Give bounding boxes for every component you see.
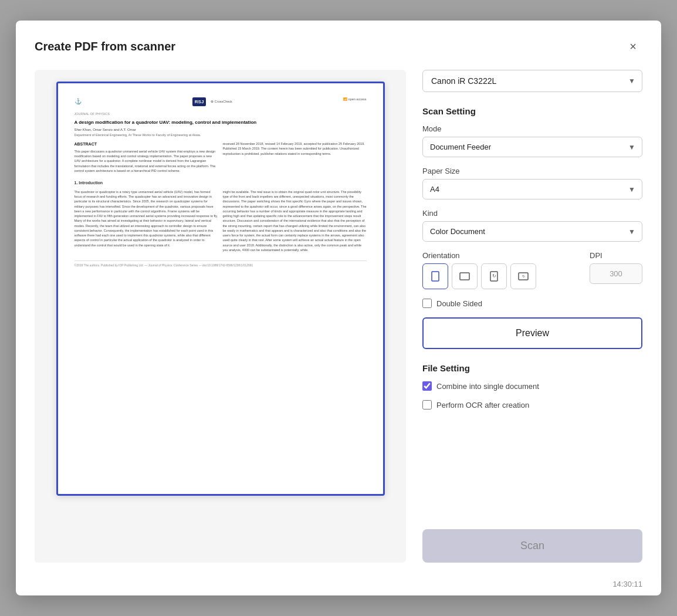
kind-select[interactable]: Color Document Grayscale Document Black … [422, 221, 642, 242]
orientation-dpi-row: Orientation [422, 251, 642, 289]
double-sided-label[interactable]: Double Sided [436, 299, 482, 308]
dpi-label: DPI [590, 251, 642, 260]
settings-panel: Canon iR C3222L HP LaserJet Pro Epson Wo… [422, 70, 642, 563]
double-sided-row: Double Sided [422, 299, 642, 308]
doc-authors: Sher Khan, Omar Senzo and A.T. Omar [75, 127, 367, 132]
dialog-body: ⚓ RSJ ⊕ CrossCheck 📶 open access JOURNAL… [35, 70, 642, 563]
scanner-select-group: Canon iR C3222L HP LaserJet Pro Epson Wo… [422, 70, 642, 92]
document-content: ⚓ RSJ ⊕ CrossCheck 📶 open access JOURNAL… [58, 83, 383, 494]
svg-text:↻: ↻ [492, 273, 496, 279]
paper-size-select[interactable]: A4 Letter Legal A3 [422, 179, 642, 199]
dpi-input[interactable] [590, 263, 642, 284]
kind-group: Kind Color Document Grayscale Document B… [422, 209, 642, 242]
dialog-overlay: Create PDF from scanner × ⚓ RSJ ⊕ CrossC… [0, 0, 677, 616]
orientation-buttons: ↻ ↻ [422, 263, 580, 289]
doc-two-col: ABSTRACT This paper discusses a quadroto… [75, 141, 367, 175]
file-setting-section: File Setting Combine into single documen… [422, 363, 642, 419]
scan-settings-header: Scan Setting [422, 106, 642, 116]
mode-select-wrap: Document Feeder Flatbed ▼ [422, 137, 642, 157]
ocr-checkbox[interactable] [422, 400, 432, 409]
doc-logo-text: ⊕ CrossCheck [211, 100, 232, 104]
paper-size-group: Paper Size A4 Letter Legal A3 ▼ [422, 167, 642, 199]
dpi-group: DPI [590, 251, 642, 284]
svg-text:↻: ↻ [522, 275, 525, 278]
doc-intro-col-right: might be available. The real issue is to… [223, 189, 367, 255]
combine-checkbox[interactable] [422, 381, 432, 391]
preview-panel: ⚓ RSJ ⊕ CrossCheck 📶 open access JOURNAL… [35, 70, 406, 563]
orientation-label: Orientation [422, 251, 580, 260]
doc-intro-col-left: The quadrotor or quadcopter is a rotary … [75, 189, 218, 255]
landscape-rotate-icon: ↻ [518, 272, 529, 280]
doc-abstract-title: ABSTRACT [75, 141, 218, 147]
orientation-landscape-btn[interactable] [452, 263, 478, 289]
file-settings-header: File Setting [422, 363, 642, 373]
kind-select-wrap: Color Document Grayscale Document Black … [422, 221, 642, 242]
doc-col-right: received 28 November 2018, revised 14 Fe… [223, 141, 367, 175]
combine-label[interactable]: Combine into single document [436, 382, 539, 391]
doc-journal-ref: JOURNAL OF PHYSICS [75, 112, 367, 117]
orientation-group: Orientation [422, 251, 580, 289]
ocr-label[interactable]: Perform OCR after creation [436, 401, 529, 409]
doc-logo-area: RSJ ⊕ CrossCheck [192, 97, 232, 106]
ocr-row: Perform OCR after creation [422, 400, 642, 409]
doc-right-col-text: received 28 November 2018, revised 14 Fe… [223, 141, 367, 156]
orientation-portrait-rotate-btn[interactable]: ↻ [481, 263, 507, 289]
double-sided-checkbox[interactable] [422, 299, 432, 308]
doc-logo-rsj: RSJ [192, 97, 207, 106]
dialog-header: Create PDF from scanner × [35, 37, 642, 56]
mode-select[interactable]: Document Feeder Flatbed [422, 137, 642, 157]
svg-rect-1 [460, 273, 469, 280]
mode-group: Mode Document Feeder Flatbed ▼ [422, 124, 642, 157]
portrait-rotate-icon: ↻ [490, 271, 498, 282]
dialog-title: Create PDF from scanner [35, 40, 175, 53]
mode-label: Mode [422, 124, 642, 133]
doc-intro-text-right: might be available. The real issue is to… [223, 189, 367, 252]
kind-label: Kind [422, 209, 642, 218]
bottom-time-hint: 14:30:11 [612, 580, 642, 588]
doc-intro-title: 1. Introduction [75, 180, 367, 186]
doc-intro-two-col: The quadrotor or quadcopter is a rotary … [75, 189, 367, 255]
doc-header-row: ⚓ RSJ ⊕ CrossCheck 📶 open access [75, 97, 367, 106]
close-button[interactable]: × [624, 37, 642, 56]
doc-affiliation: Department of Electrical Engineering, At… [75, 133, 367, 138]
doc-access-text: 📶 open access [343, 97, 366, 102]
scanner-select[interactable]: Canon iR C3222L HP LaserJet Pro Epson Wo… [422, 70, 642, 92]
doc-abstract-text: This paper discusses a quadrotor unmanne… [75, 149, 218, 173]
orientation-landscape-rotate-btn[interactable]: ↻ [510, 263, 536, 289]
doc-title: A design modification for a quadrotor UA… [75, 119, 367, 126]
scan-button[interactable]: Scan [422, 529, 642, 563]
portrait-icon [431, 271, 439, 282]
paper-size-label: Paper Size [422, 167, 642, 175]
create-pdf-dialog: Create PDF from scanner × ⚓ RSJ ⊕ CrossC… [16, 21, 661, 595]
doc-footer: ©2019 The authors. Published by IOP Publ… [75, 260, 367, 268]
doc-col-left: ABSTRACT This paper discusses a quadroto… [75, 141, 218, 175]
landscape-icon [459, 272, 470, 280]
paper-size-select-wrap: A4 Letter Legal A3 ▼ [422, 179, 642, 199]
document-preview-frame: ⚓ RSJ ⊕ CrossCheck 📶 open access JOURNAL… [56, 82, 385, 496]
combine-row: Combine into single document [422, 381, 642, 391]
orientation-portrait-btn[interactable] [422, 263, 448, 289]
doc-intro-text-left: The quadrotor or quadcopter is a rotary … [75, 189, 218, 248]
preview-button[interactable]: Preview [422, 317, 642, 349]
doc-icon-anchor: ⚓ [75, 97, 82, 106]
svg-rect-0 [432, 272, 439, 281]
